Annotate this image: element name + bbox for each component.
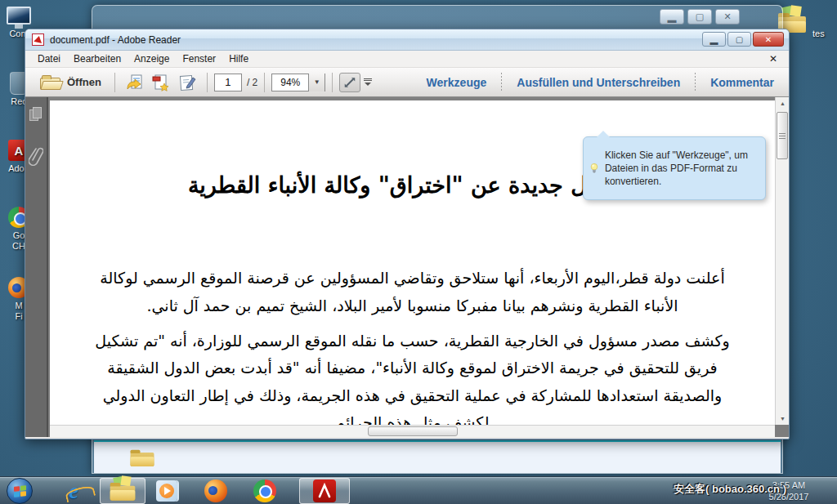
taskbar-media-player[interactable] <box>150 478 183 504</box>
separator <box>114 73 115 92</box>
menu-datei[interactable]: Datei <box>32 51 66 66</box>
pdf-paragraph-2: وكشف مصدر مسؤول في الخارجية القطرية، حسب… <box>95 328 730 425</box>
create-pdf-button[interactable] <box>150 72 172 93</box>
fill-sign-button[interactable]: Ausfüllen und Unterschreiben <box>510 73 687 92</box>
bg-minimize-button[interactable]: ▬ <box>660 9 684 25</box>
vertical-scrollbar[interactable]: ▲ ▼ <box>775 97 789 425</box>
separator <box>332 73 333 92</box>
open-folder-icon <box>40 74 61 90</box>
zoom-dropdown-button[interactable]: ▼ <box>308 74 325 91</box>
explorer-folder-icon <box>110 481 136 500</box>
taskbar-firefox[interactable] <box>199 478 232 504</box>
navigation-sidebar <box>25 97 48 437</box>
chrome-icon <box>253 479 276 502</box>
close-button[interactable]: ✕ <box>753 32 784 47</box>
taskbar-chrome[interactable] <box>248 478 281 504</box>
bg-close-button[interactable]: ✕ <box>715 9 740 25</box>
toolbar: Öffnen <box>25 68 789 97</box>
folder-icon <box>131 448 154 466</box>
callout-pointer <box>597 131 610 137</box>
callout-text: Klicken Sie auf "Werkzeuge", um Dateien … <box>605 149 757 189</box>
maximize-button[interactable]: ▢ <box>727 32 751 47</box>
computer-icon <box>7 7 31 25</box>
desktop-icon-label: tes <box>812 29 825 38</box>
title-bar[interactable]: document.pdf - Adobe Reader ▬ ▢ ✕ <box>25 29 789 51</box>
separator <box>207 73 208 92</box>
media-player-icon <box>156 480 177 502</box>
windows-logo-icon <box>14 485 26 497</box>
firefox-icon <box>204 479 227 502</box>
horizontal-scrollbar-thumb[interactable] <box>368 426 458 436</box>
menu-anzeige[interactable]: Anzeige <box>128 51 175 66</box>
menu-fenster[interactable]: Fenster <box>177 51 222 66</box>
pdf-paragraph-1: أعلنت دولة قطر،اليوم الأربعاء، أنها ستلا… <box>95 264 730 319</box>
menu-hilfe[interactable]: Hilfe <box>223 51 254 66</box>
lightbulb-icon <box>590 156 598 181</box>
menu-bar: Datei Bearbeiten Anzeige Fenster Hilfe ✕ <box>25 51 789 68</box>
tools-button[interactable]: Werkzeuge <box>420 73 494 92</box>
create-pdf-icon <box>151 73 171 92</box>
resize-arrows-icon <box>343 76 356 89</box>
open-button[interactable]: Öffnen <box>34 72 108 92</box>
desktop-icon-label: Go <box>13 230 25 240</box>
tools-hint-callout: Klicken Sie auf "Werkzeuge", um Dateien … <box>583 136 766 200</box>
zoom-value: 94% <box>272 77 308 88</box>
watermark-text: 安全客( bobao.360.cn ) <box>674 482 804 497</box>
separator <box>264 73 265 92</box>
bg-window-content <box>94 440 781 473</box>
fit-page-button[interactable] <box>339 73 360 92</box>
desktop-icon-label: CH <box>12 241 25 251</box>
window-title: document.pdf - Adobe Reader <box>50 34 181 46</box>
menu-bearbeiten[interactable]: Bearbeiten <box>68 51 127 66</box>
desktop: Com Rec A Adob Go CH M Fi tes ▬ ▢ ✕ <box>0 0 837 504</box>
bg-maximize-button[interactable]: ▢ <box>687 9 712 25</box>
desktop-icon-label: M <box>15 301 22 310</box>
internet-explorer-icon: e <box>69 480 78 502</box>
document-area: تفاصيل جديدة عن "اختراق" وكالة الأنباء ا… <box>25 97 789 437</box>
zoom-control[interactable]: 94% ▼ <box>271 74 325 91</box>
attachments-paperclip-icon[interactable] <box>29 145 43 166</box>
sign-button[interactable] <box>176 72 199 93</box>
separator <box>501 73 502 92</box>
menubar-close-icon[interactable]: ✕ <box>764 53 782 65</box>
scroll-down-icon[interactable]: ▼ <box>776 413 790 425</box>
share-file-icon <box>125 73 145 92</box>
separator <box>695 73 696 92</box>
minimize-button[interactable]: ▬ <box>702 32 726 47</box>
page-total: / 2 <box>247 77 257 88</box>
sign-pencil-icon <box>177 73 197 92</box>
toolbar-more-button[interactable] <box>360 73 375 92</box>
desktop-icon-label: Fi <box>15 311 22 321</box>
vertical-scrollbar-thumb[interactable] <box>777 112 788 159</box>
adobe-reader-window: document.pdf - Adobe Reader ▬ ▢ ✕ Datei … <box>25 29 790 439</box>
page-thumbnails-icon[interactable] <box>29 107 43 122</box>
pdf-file-icon <box>32 33 44 46</box>
taskbar-adobe-reader[interactable] <box>299 478 350 504</box>
taskbar-internet-explorer[interactable]: e <box>57 478 90 504</box>
share-file-button[interactable] <box>123 72 146 93</box>
open-label: Öffnen <box>67 76 101 88</box>
comment-button[interactable]: Kommentar <box>704 73 781 92</box>
scroll-up-icon[interactable]: ▲ <box>776 97 790 109</box>
horizontal-scrollbar[interactable] <box>50 425 775 437</box>
start-button[interactable] <box>7 478 33 504</box>
adobe-reader-icon <box>313 479 336 502</box>
page-number-input[interactable] <box>214 74 242 91</box>
taskbar-windows-explorer[interactable] <box>100 478 145 504</box>
